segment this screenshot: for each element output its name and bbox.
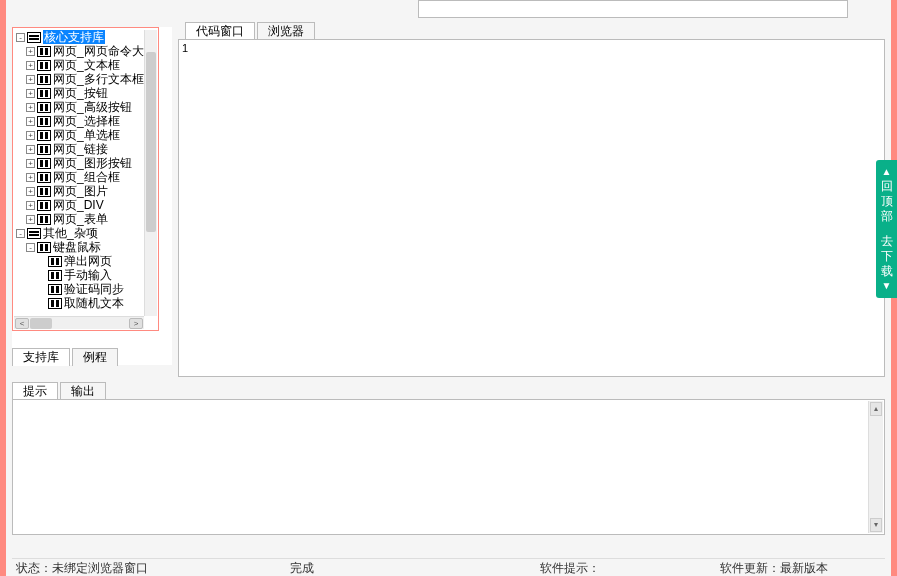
tree-label: 网页_高级按钮 bbox=[53, 100, 132, 114]
tree-item[interactable]: +网页_高级按钮 bbox=[14, 100, 144, 114]
tree-item[interactable]: +网页_选择框 bbox=[14, 114, 144, 128]
output-scrollbar[interactable]: ▴ ▾ bbox=[868, 401, 883, 533]
status-update: 软件更新：最新版本 bbox=[716, 559, 832, 576]
expand-icon[interactable]: + bbox=[26, 215, 35, 224]
bottom-panel: 提示 输出 ▴ ▾ bbox=[12, 382, 885, 538]
arrow-down-icon[interactable]: ▼ bbox=[876, 279, 897, 293]
tree-item[interactable]: +网页_DIV bbox=[14, 198, 144, 212]
tab-support-lib[interactable]: 支持库 bbox=[12, 348, 70, 366]
scroll-up-icon[interactable]: ▴ bbox=[870, 402, 882, 416]
tree-view[interactable]: - 核心支持库 +网页_网页命令大全 +网页_文本框 +网页_多行文本框 +网页… bbox=[12, 27, 159, 331]
tree-item[interactable]: +网页_表单 bbox=[14, 212, 144, 226]
tree-label: 取随机文本 bbox=[64, 296, 124, 310]
tree-item[interactable]: +网页_组合框 bbox=[14, 170, 144, 184]
expand-icon[interactable]: + bbox=[26, 89, 35, 98]
expand-icon[interactable]: + bbox=[26, 61, 35, 70]
arrow-up-icon[interactable]: ▲ bbox=[876, 165, 897, 179]
tree-label: 网页_网页命令大全 bbox=[53, 44, 144, 58]
tree-label: 网页_图片 bbox=[53, 184, 108, 198]
module-icon bbox=[37, 116, 51, 127]
module-icon bbox=[37, 172, 51, 183]
tree-label: 网页_单选框 bbox=[53, 128, 120, 142]
expand-icon[interactable]: + bbox=[26, 145, 35, 154]
tree-item[interactable]: +网页_图片 bbox=[14, 184, 144, 198]
scroll-down-icon[interactable]: ▾ bbox=[870, 518, 882, 532]
tree-label: 网页_组合框 bbox=[53, 170, 120, 184]
status-progress: 完成 bbox=[286, 559, 536, 576]
module-icon bbox=[37, 186, 51, 197]
tab-browser[interactable]: 浏览器 bbox=[257, 22, 315, 40]
right-panel: 代码窗口 浏览器 1 bbox=[178, 22, 885, 382]
tab-hint[interactable]: 提示 bbox=[12, 382, 58, 400]
expand-icon[interactable]: + bbox=[26, 103, 35, 112]
module-icon bbox=[37, 158, 51, 169]
expand-icon[interactable]: + bbox=[26, 201, 35, 210]
scroll-right-icon[interactable]: > bbox=[129, 318, 143, 329]
tab-code-window[interactable]: 代码窗口 bbox=[185, 22, 255, 40]
expand-icon[interactable]: + bbox=[26, 75, 35, 84]
library-icon bbox=[27, 228, 41, 239]
status-tip: 软件提示： bbox=[536, 559, 716, 576]
expand-icon[interactable]: + bbox=[26, 47, 35, 56]
tree-label: 键盘鼠标 bbox=[53, 240, 101, 254]
module-icon bbox=[37, 60, 51, 71]
tree-item[interactable]: +网页_按钮 bbox=[14, 86, 144, 100]
tree-label: 其他_杂项 bbox=[43, 226, 98, 240]
tree-item[interactable]: +网页_链接 bbox=[14, 142, 144, 156]
go-download-button[interactable]: 去下载 bbox=[876, 234, 897, 279]
tree-vertical-scrollbar[interactable] bbox=[144, 30, 157, 316]
left-panel: - 核心支持库 +网页_网页命令大全 +网页_文本框 +网页_多行文本框 +网页… bbox=[12, 27, 172, 365]
expand-icon[interactable]: - bbox=[16, 229, 25, 238]
tree-label: 网页_DIV bbox=[53, 198, 104, 212]
module-icon bbox=[48, 284, 62, 295]
tree-horizontal-scrollbar[interactable]: < > bbox=[14, 316, 144, 329]
expand-icon[interactable]: + bbox=[26, 159, 35, 168]
tree-label: 网页_文本框 bbox=[53, 58, 120, 72]
status-state: 状态：未绑定浏览器窗口 bbox=[12, 559, 286, 576]
module-icon bbox=[37, 74, 51, 85]
expand-icon[interactable]: - bbox=[16, 33, 25, 42]
expand-icon[interactable]: + bbox=[26, 173, 35, 182]
module-icon bbox=[37, 46, 51, 57]
tree-item[interactable]: 取随机文本 bbox=[14, 296, 144, 310]
tree-root-misc[interactable]: - 其他_杂项 bbox=[14, 226, 144, 240]
top-input[interactable] bbox=[418, 0, 848, 18]
tree-item[interactable]: +网页_网页命令大全 bbox=[14, 44, 144, 58]
module-icon bbox=[48, 298, 62, 309]
tree-label: 网页_表单 bbox=[53, 212, 108, 226]
module-icon bbox=[37, 102, 51, 113]
expand-icon[interactable]: + bbox=[26, 131, 35, 140]
side-floating-widget[interactable]: ▲ 回顶部 去下载 ▼ bbox=[876, 160, 897, 298]
expand-icon[interactable]: + bbox=[26, 117, 35, 126]
line-number: 1 bbox=[182, 42, 188, 54]
tree-item[interactable]: 弹出网页 bbox=[14, 254, 144, 268]
top-toolbar bbox=[6, 0, 891, 24]
tree-label: 核心支持库 bbox=[43, 30, 105, 44]
module-icon bbox=[37, 242, 51, 253]
tab-examples[interactable]: 例程 bbox=[72, 348, 118, 366]
library-icon bbox=[27, 32, 41, 43]
module-icon bbox=[37, 200, 51, 211]
tab-output[interactable]: 输出 bbox=[60, 382, 106, 400]
module-icon bbox=[37, 144, 51, 155]
scroll-left-icon[interactable]: < bbox=[15, 318, 29, 329]
right-tabstrip: 代码窗口 浏览器 bbox=[185, 22, 885, 40]
tree-label: 网页_按钮 bbox=[53, 86, 108, 100]
tree-label: 弹出网页 bbox=[64, 254, 112, 268]
tree-item[interactable]: +网页_文本框 bbox=[14, 58, 144, 72]
left-tabstrip: 支持库 例程 bbox=[12, 348, 172, 368]
output-area[interactable]: ▴ ▾ bbox=[12, 399, 885, 535]
tree-item[interactable]: +网页_单选框 bbox=[14, 128, 144, 142]
tree-item[interactable]: 手动输入 bbox=[14, 268, 144, 282]
expand-icon[interactable]: - bbox=[26, 243, 35, 252]
tree-root-core[interactable]: - 核心支持库 bbox=[14, 30, 144, 44]
expand-icon[interactable]: + bbox=[26, 187, 35, 196]
tree-item[interactable]: +网页_图形按钮 bbox=[14, 156, 144, 170]
tree-item[interactable]: 验证码同步 bbox=[14, 282, 144, 296]
module-icon bbox=[37, 88, 51, 99]
code-editor[interactable]: 1 bbox=[178, 39, 885, 377]
tree-label: 网页_链接 bbox=[53, 142, 108, 156]
tree-item[interactable]: -键盘鼠标 bbox=[14, 240, 144, 254]
tree-item[interactable]: +网页_多行文本框 bbox=[14, 72, 144, 86]
back-to-top-button[interactable]: 回顶部 bbox=[876, 179, 897, 224]
